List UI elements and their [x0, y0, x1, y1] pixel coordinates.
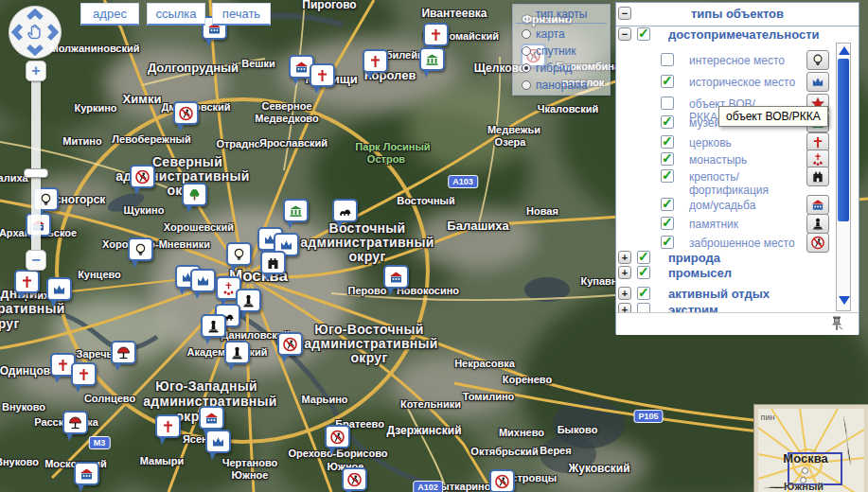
map-marker-abandoned-icon[interactable] [130, 165, 155, 188]
legend-item-label: монастырь [689, 153, 747, 167]
map-label: Щукино [124, 204, 165, 216]
minimap-node [802, 467, 808, 474]
pan-control[interactable] [6, 3, 64, 65]
legend-item-checkbox[interactable] [661, 236, 674, 249]
legend-item: историческое место [624, 75, 843, 94]
legend-item: интересное место [624, 53, 843, 72]
map-label: Ярославский [259, 137, 328, 149]
legend-item-checkbox[interactable] [661, 135, 674, 149]
map-marker-abandoned-icon[interactable] [342, 467, 367, 491]
map-marker-abandoned-icon[interactable] [489, 469, 515, 492]
address-button[interactable]: адрес [80, 3, 139, 26]
legend-item-checkbox[interactable] [661, 97, 674, 110]
legend-item-checkbox[interactable] [661, 152, 674, 166]
map-label: Хорошево-Мневники [102, 238, 210, 250]
map-type-option[interactable]: панорама [522, 79, 610, 92]
map-marker-monument-icon[interactable] [201, 314, 226, 338]
map-label: Медведково [255, 113, 318, 124]
panel-footer [616, 312, 859, 335]
radio-icon[interactable] [522, 46, 531, 56]
map-marker-church-icon[interactable] [14, 270, 40, 293]
map-marker-church-icon[interactable] [71, 362, 97, 386]
map-marker-church-icon[interactable] [423, 23, 449, 46]
legend-item-label: памятник [689, 218, 738, 231]
map-marker-church-icon[interactable] [155, 414, 181, 438]
map-label: Орехово-Борисово [288, 448, 387, 459]
map-marker-house-icon[interactable] [383, 265, 409, 289]
map-marker-museum-icon[interactable] [419, 47, 445, 71]
map-type-option[interactable]: спутник [522, 44, 610, 58]
legend-item-label: музей [689, 116, 720, 130]
map-marker-crown-icon[interactable] [46, 277, 72, 301]
panel-header: − типы объектов [616, 3, 859, 26]
map-label: Ивантеевка [421, 7, 487, 20]
legend-item-fortress-icon[interactable] [806, 167, 829, 186]
scroll-up-icon[interactable] [839, 46, 850, 55]
category-checkbox[interactable] [637, 287, 650, 300]
panel-scrollbar[interactable] [836, 43, 851, 311]
map-marker-abandoned-icon[interactable] [277, 332, 303, 356]
scroll-down-icon[interactable] [839, 296, 850, 305]
map-label: Марьино [301, 394, 347, 405]
map-marker-church-icon[interactable] [363, 49, 388, 73]
map-label: округ [348, 249, 385, 264]
legend-item-abandoned-icon[interactable] [806, 233, 829, 253]
map-label: Медвежьи [487, 124, 540, 135]
legend-item-label: церковь [689, 136, 732, 149]
legend-item-checkbox[interactable] [661, 217, 674, 230]
legend-item-checkbox[interactable] [661, 115, 674, 129]
radio-icon[interactable] [522, 80, 531, 90]
map-marker-house-icon[interactable] [199, 406, 224, 430]
zoom-out-button[interactable]: − [26, 250, 46, 271]
map-label: Октябрьский [470, 446, 538, 457]
radio-icon[interactable] [522, 29, 531, 39]
legend-item-checkbox[interactable] [661, 198, 674, 211]
legend-item: крепость/фортификация [624, 169, 843, 188]
category-checkbox[interactable] [637, 266, 650, 279]
map-marker-tree-icon[interactable] [182, 183, 207, 206]
legend-item-monument-icon[interactable] [806, 214, 829, 234]
category-checkbox[interactable] [637, 251, 650, 264]
legend-item-crown-icon[interactable] [806, 72, 829, 92]
map-marker-monument-icon[interactable] [224, 341, 250, 364]
legend-item-checkbox[interactable] [661, 169, 674, 183]
map-marker-bulb-icon[interactable] [128, 237, 153, 261]
overview-minimap[interactable]: пин Москва Южный [754, 405, 868, 492]
pushpin-icon[interactable] [828, 315, 845, 332]
legend-item-bulb-icon[interactable] [806, 50, 829, 70]
legend-item-checkbox[interactable] [661, 53, 674, 66]
legend-item-house-icon[interactable] [806, 195, 829, 215]
collapse-category-button[interactable]: − [618, 27, 631, 41]
map-marker-umbrella-icon[interactable] [111, 341, 136, 364]
radio-icon[interactable] [522, 63, 531, 73]
scrollbar-thumb[interactable] [838, 59, 849, 221]
legend-item-label: крепость/фортификация [689, 170, 769, 197]
map-type-option[interactable]: карта [522, 27, 610, 41]
map-type-option[interactable]: гибрид [522, 62, 610, 75]
map-marker-abandoned-icon[interactable] [325, 425, 350, 448]
zoom-slider-thumb[interactable] [24, 168, 48, 178]
map-marker-animals-icon[interactable] [332, 199, 358, 222]
zoom-in-button[interactable]: + [26, 61, 46, 81]
expand-category-button[interactable]: + [618, 251, 631, 264]
category-label: активный отдых [668, 287, 770, 301]
map-marker-house-icon[interactable] [74, 462, 99, 485]
map-marker-umbrella-icon[interactable] [62, 411, 88, 434]
map-marker-abandoned-icon[interactable] [173, 101, 199, 125]
map-marker-museum-icon[interactable] [283, 199, 309, 222]
expand-category-button[interactable]: + [618, 266, 631, 279]
category-checkbox[interactable] [637, 27, 650, 41]
print-button[interactable]: печать [212, 3, 271, 26]
map-label: Южное [232, 469, 269, 481]
expand-category-button[interactable]: + [618, 287, 631, 300]
map-marker-crown-icon[interactable] [205, 430, 231, 453]
zoom-slider-track[interactable] [31, 74, 41, 257]
map-marker-church-icon[interactable] [310, 63, 335, 87]
map-marker-crown-icon[interactable] [190, 269, 216, 292]
legend-item-checkbox[interactable] [661, 75, 674, 88]
link-button[interactable]: ссылка [147, 3, 205, 26]
map-marker-bulb-icon[interactable] [226, 242, 252, 266]
map-marker-fortress-icon[interactable] [260, 251, 286, 274]
road-badge: А103 [448, 175, 478, 188]
map-type-option-label: карта [536, 27, 565, 41]
